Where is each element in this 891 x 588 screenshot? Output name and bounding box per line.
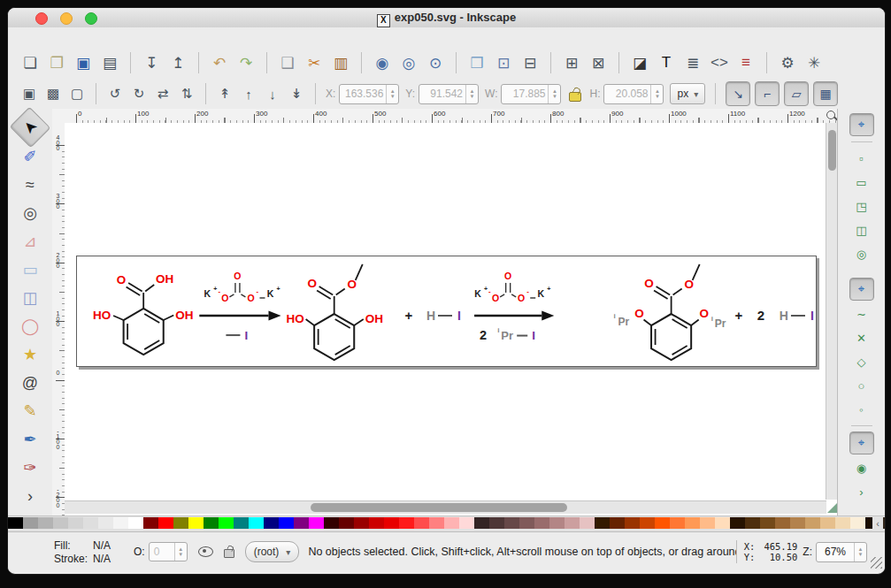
zoom-selection-icon[interactable]: ◉ <box>373 53 392 73</box>
palette-swatch[interactable] <box>128 517 143 529</box>
group-icon[interactable]: ⊞ <box>562 53 581 73</box>
copy-icon[interactable]: ❑ <box>278 53 297 73</box>
palette-swatch[interactable] <box>158 517 173 529</box>
bezier-pen-icon[interactable]: ✒ <box>16 426 44 453</box>
y-input[interactable]: 91.542 <box>419 84 479 104</box>
export-icon[interactable]: ↥ <box>168 53 188 73</box>
deselect-icon[interactable]: ▢ <box>68 85 86 103</box>
palette-swatch[interactable] <box>113 517 128 529</box>
snap-paths-icon[interactable]: ∼ <box>850 303 873 325</box>
snap-bbox-corners-icon[interactable]: ◳ <box>850 195 873 217</box>
palette-swatch[interactable] <box>805 517 820 529</box>
3d-box-icon[interactable]: ◫ <box>16 285 44 311</box>
palette-swatch[interactable] <box>279 517 294 529</box>
snap-object-centers-icon[interactable]: ◉ <box>850 457 873 478</box>
palette-swatch[interactable] <box>264 517 279 529</box>
paste-icon[interactable]: ▥ <box>331 53 350 73</box>
preferences-icon[interactable]: ✳ <box>804 53 824 73</box>
x-spinner[interactable] <box>386 85 398 103</box>
reaction-drawing[interactable]: O OH HO OH K + O - <box>76 256 817 367</box>
palette-swatch[interactable] <box>730 517 745 529</box>
unit-dropdown[interactable]: px <box>670 83 705 104</box>
snap-toggle-icon[interactable]: ⌖ <box>849 113 874 136</box>
palette-swatch[interactable] <box>53 517 68 529</box>
transform-corners-icon[interactable]: ⌐ <box>755 81 780 106</box>
horizontal-ruler[interactable]: 0100200300400500600700800900100011001200 <box>65 109 838 124</box>
xml-editor-icon[interactable]: <> <box>710 53 729 73</box>
palette-swatch[interactable] <box>309 517 324 529</box>
snap-cusp-nodes-icon[interactable]: ◇ <box>850 351 873 372</box>
vertical-scrollbar[interactable] <box>826 123 838 500</box>
rotate-cw-icon[interactable]: ↻ <box>130 85 148 103</box>
palette-swatch[interactable] <box>685 517 700 529</box>
palette-swatch[interactable] <box>399 517 414 529</box>
palette-swatch[interactable] <box>775 517 790 529</box>
vertical-ruler[interactable]: 4003002001000-100-200 <box>52 123 65 517</box>
snap-midpoints-icon[interactable]: ◦ <box>850 399 873 420</box>
transform-pattern-icon[interactable]: ▦ <box>813 81 838 106</box>
horizontal-scrollbar[interactable] <box>65 500 826 514</box>
palette-swatch[interactable] <box>595 517 610 529</box>
palette-swatch[interactable] <box>640 517 655 529</box>
text-dialog-icon[interactable]: T <box>657 53 676 73</box>
zoom-drawing-icon[interactable]: ◎ <box>399 53 419 73</box>
print-icon[interactable]: ▤ <box>100 53 119 73</box>
ungroup-icon[interactable]: ⊠ <box>588 53 608 73</box>
layer-visibility-icon[interactable] <box>198 546 213 557</box>
zoom-icon[interactable]: ◎ <box>16 200 44 226</box>
w-spinner[interactable] <box>548 85 560 103</box>
palette-swatch[interactable] <box>519 517 534 529</box>
palette-swatch[interactable] <box>204 517 219 529</box>
lock-width-height-icon[interactable] <box>569 92 581 102</box>
palette-swatch[interactable] <box>324 517 339 529</box>
palette-swatch[interactable] <box>655 517 670 529</box>
palette-swatch[interactable] <box>670 517 685 529</box>
save-document-icon[interactable]: ▣ <box>73 53 93 73</box>
calligraphy-icon[interactable]: ✑ <box>16 454 44 481</box>
palette-swatch[interactable] <box>850 517 865 529</box>
canvas-viewport[interactable]: O OH HO OH K + O - <box>65 123 838 517</box>
fill-stroke-indicator[interactable]: Fill: N/A Stroke: N/A <box>54 539 111 565</box>
open-document-icon[interactable]: ❐ <box>47 53 66 73</box>
palette-swatch[interactable] <box>715 517 730 529</box>
cut-icon[interactable]: ✂ <box>304 53 324 73</box>
flip-horizontal-icon[interactable]: ⇄ <box>154 85 172 103</box>
fill-stroke-dialog-icon[interactable]: ◪ <box>630 53 649 73</box>
raise-icon[interactable]: ↑ <box>240 85 257 103</box>
rotate-ccw-icon[interactable]: ↺ <box>106 85 124 103</box>
selector-icon[interactable]: ➤ <box>10 107 51 149</box>
duplicate-icon[interactable]: ❒ <box>467 53 487 73</box>
align-distribute-icon[interactable]: ≡ <box>736 53 756 73</box>
transform-stroke-icon[interactable]: ↘ <box>726 81 750 106</box>
snap-nodes-icon[interactable]: ⌖ <box>849 278 874 301</box>
palette-swatch[interactable] <box>219 517 234 529</box>
expander-icon[interactable]: › <box>850 481 873 502</box>
palette-swatch[interactable] <box>700 517 715 529</box>
pencil-icon[interactable]: ✎ <box>16 398 44 424</box>
palette-swatch[interactable] <box>504 517 519 529</box>
palette-swatch[interactable] <box>384 517 399 529</box>
rectangle-icon[interactable]: ▭ <box>16 256 44 283</box>
spiral-icon[interactable]: @ <box>16 370 44 396</box>
palette-swatch[interactable] <box>580 517 595 529</box>
palette-swatch[interactable] <box>234 517 249 529</box>
palette-swatch[interactable] <box>459 517 474 529</box>
palette-swatch[interactable] <box>625 517 640 529</box>
palette-swatch[interactable] <box>369 517 384 529</box>
star-icon[interactable]: ★ <box>16 341 44 368</box>
snap-smooth-nodes-icon[interactable]: ○ <box>850 375 873 396</box>
snap-bbox-edges-icon[interactable]: ▭ <box>850 172 873 193</box>
zoom-input[interactable]: 67% <box>816 542 867 562</box>
opacity-spinner[interactable] <box>174 543 187 561</box>
h-spinner[interactable] <box>650 85 663 103</box>
transform-gradient-icon[interactable]: ▱ <box>784 81 809 106</box>
palette-swatch[interactable] <box>565 517 580 529</box>
measure-icon[interactable]: ⊿ <box>16 228 44 255</box>
palette-swatch[interactable] <box>188 517 204 529</box>
layer-lock-icon[interactable] <box>224 549 234 558</box>
new-document-icon[interactable]: ❏ <box>20 53 40 73</box>
node-editor-icon[interactable]: ✐ <box>16 143 44 170</box>
palette-swatch[interactable] <box>549 517 565 529</box>
palette-swatch[interactable] <box>429 517 444 529</box>
redo-icon[interactable]: ↷ <box>236 53 256 73</box>
